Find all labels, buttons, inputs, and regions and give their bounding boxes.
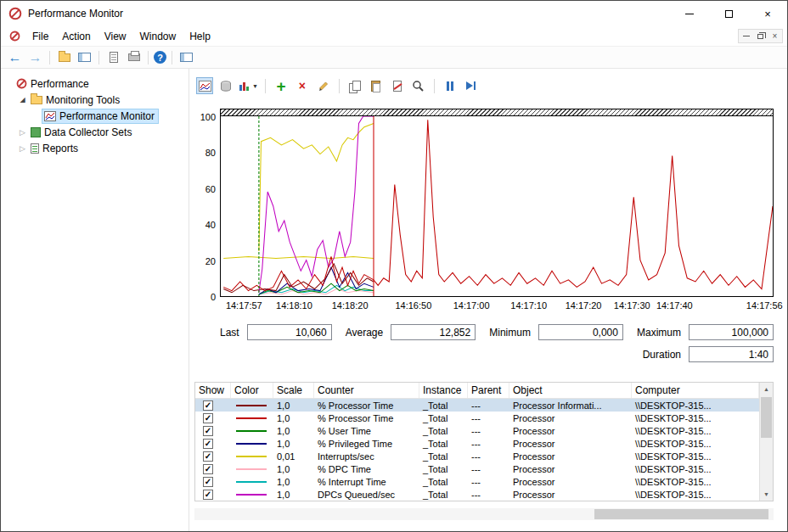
legend-cell-counter: % Privileged Time [314, 439, 419, 449]
counter-color-line [236, 417, 267, 419]
view-current-activity-icon[interactable] [196, 77, 213, 94]
scroll-up-icon[interactable]: ▲ [760, 383, 773, 395]
panes-icon [78, 53, 91, 62]
legend-cell-computer: \\DESKTOP-315... [632, 451, 759, 462]
show-console-tree-icon[interactable] [76, 49, 93, 66]
show-checkbox[interactable]: ✓ [203, 400, 213, 411]
menu-view[interactable]: View [98, 26, 133, 46]
legend-cell-scale: 1,0 [273, 426, 314, 436]
maximize-button[interactable] [709, 1, 748, 26]
forward-icon[interactable]: → [26, 49, 44, 66]
add-counter-icon[interactable]: + [273, 77, 290, 94]
back-icon[interactable]: ← [6, 49, 24, 66]
update-data-icon[interactable] [463, 77, 480, 94]
legend-cell-computer: \\DESKTOP-315... [632, 413, 759, 423]
column-header-instance[interactable]: Instance [419, 383, 468, 398]
panes-icon [180, 53, 193, 62]
collapsed-arrow-icon[interactable]: ▷ [18, 144, 27, 153]
legend-cell-object: Processor [509, 439, 632, 449]
show-checkbox[interactable]: ✓ [203, 451, 213, 462]
legend-cell-computer: \\DESKTOP-315... [632, 464, 759, 474]
menu-bar: File Action View Window Help × [1, 26, 787, 47]
legend-cell-object: Processor [509, 426, 632, 436]
legend-row[interactable]: ✓0,01Interrupts/sec_Total---Processor\\D… [195, 450, 759, 462]
close-icon: × [764, 8, 771, 20]
freeze-display-icon[interactable] [442, 77, 459, 94]
legend-row[interactable]: ✓1,0% DPC Time_Total---Processor\\DESKTO… [195, 462, 759, 475]
menu-window[interactable]: Window [133, 26, 183, 46]
show-checkbox[interactable]: ✓ [203, 490, 213, 500]
highlight-icon[interactable] [315, 77, 332, 94]
export-list-icon[interactable] [104, 49, 122, 66]
clear-display-icon[interactable] [389, 77, 406, 94]
horizontal-scrollbar[interactable] [194, 508, 774, 520]
legend-cell-parent: --- [468, 413, 509, 423]
x-tick-label: 14:16:50 [395, 300, 431, 311]
legend-cell-instance: _Total [419, 426, 468, 436]
chart-plot[interactable] [221, 116, 773, 296]
column-header-scale[interactable]: Scale [273, 383, 314, 398]
expanded-arrow-icon[interactable]: ◢ [18, 96, 27, 104]
help-icon[interactable]: ? [154, 51, 166, 64]
folder-up-icon [59, 53, 70, 62]
scrollbar-track[interactable] [760, 395, 773, 488]
column-header-counter[interactable]: Counter [314, 383, 419, 398]
menu-action[interactable]: Action [55, 26, 97, 46]
show-checkbox[interactable]: ✓ [203, 426, 213, 436]
tree-item-data-collector-sets[interactable]: ▷ Data Collector Sets [1, 124, 189, 140]
legend-row[interactable]: ✓1,0DPCs Queued/sec_Total---Processor\\D… [195, 488, 759, 501]
paste-counter-list-icon[interactable] [368, 77, 385, 94]
child-minimize-button[interactable] [739, 30, 753, 42]
show-checkbox[interactable]: ✓ [203, 439, 213, 449]
legend-vertical-scrollbar[interactable]: ▲ ▼ [759, 383, 773, 501]
toolbar-separator [172, 51, 172, 64]
view-log-data-icon[interactable] [217, 77, 234, 94]
legend-row[interactable]: ✓1,0% Privileged Time_Total---Processor\… [195, 437, 759, 450]
close-button[interactable]: × [748, 1, 787, 26]
counter-color-line [236, 481, 267, 483]
show-checkbox[interactable]: ✓ [203, 413, 213, 423]
tree-item-performance[interactable]: Performance [1, 76, 189, 92]
minimize-button[interactable] [670, 1, 709, 26]
column-header-parent[interactable]: Parent [468, 383, 509, 398]
scrollbar-thumb[interactable] [761, 397, 772, 438]
child-window-controls: × [738, 29, 783, 43]
scroll-down-icon[interactable]: ▼ [760, 488, 773, 501]
legend-cell-object: Processor [509, 413, 632, 423]
chart-overrange-hatch [221, 109, 773, 116]
show-checkbox[interactable]: ✓ [203, 477, 213, 487]
column-header-computer[interactable]: Computer [632, 383, 759, 398]
horizontal-scrollbar-thumb[interactable] [594, 509, 768, 519]
performance-monitor-icon [44, 111, 56, 121]
up-one-level-icon[interactable] [55, 49, 73, 66]
legend-row[interactable]: ✓1,0% User Time_Total---Processor\\DESKT… [195, 424, 759, 437]
last-label: Last [220, 327, 239, 339]
menu-help[interactable]: Help [183, 26, 217, 46]
legend-cell-scale: 1,0 [273, 490, 314, 500]
chart-series-line [259, 124, 374, 252]
child-restore-button[interactable] [753, 30, 768, 42]
legend-row[interactable]: ✓1,0% Interrupt Time_Total---Processor\\… [195, 475, 759, 488]
show-checkbox[interactable]: ✓ [203, 464, 213, 474]
column-header-color[interactable]: Color [231, 383, 273, 398]
print-icon[interactable] [125, 49, 143, 66]
tree-item-reports[interactable]: ▷ Reports [1, 140, 189, 156]
column-header-object[interactable]: Object [509, 383, 632, 398]
chevron-down-icon: ▼ [252, 83, 258, 89]
step-forward-icon [466, 81, 473, 90]
new-window-icon[interactable] [177, 49, 195, 66]
tree-item-monitoring-tools[interactable]: ◢ Monitoring Tools [1, 92, 189, 108]
collapsed-arrow-icon[interactable]: ▷ [18, 128, 27, 137]
menu-file[interactable]: File [25, 26, 55, 46]
legend-row[interactable]: ✓1,0% Processor Time_Total---Processor\\… [195, 412, 759, 424]
legend-row[interactable]: ✓1,0% Processor Time_Total---Processor I… [195, 399, 759, 412]
column-header-show[interactable]: Show [195, 383, 231, 398]
value-bar: Last10,060 Average12,852 Minimum0,000 Ma… [220, 324, 774, 368]
copy-properties-icon[interactable] [346, 77, 363, 94]
average-label: Average [346, 327, 383, 339]
properties-icon[interactable] [410, 77, 427, 94]
chart-type-dropdown[interactable]: ▼ [239, 77, 258, 94]
tree-item-performance-monitor[interactable]: Performance Monitor [1, 108, 189, 124]
child-close-button[interactable]: × [768, 30, 782, 42]
delete-counter-icon[interactable]: × [294, 77, 311, 94]
